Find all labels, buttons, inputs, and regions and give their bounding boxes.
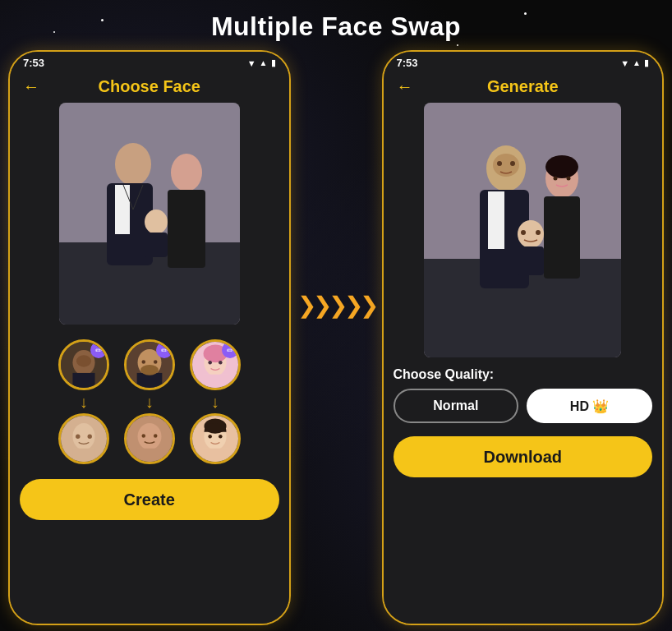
edit-badge-1[interactable]: ✏: [90, 342, 107, 358]
phones-container: 7:53 ▼ ▲ ▮ ← Choose Face: [0, 50, 672, 625]
status-time-1: 7:53: [23, 57, 44, 69]
battery-icon-2: ▮: [644, 58, 649, 68]
svg-point-5: [171, 154, 202, 191]
phone-choose-face: 7:53 ▼ ▲ ▮ ← Choose Face: [8, 50, 291, 625]
quality-normal-button[interactable]: Normal: [394, 389, 519, 423]
battery-icon-1: ▮: [271, 58, 276, 68]
svg-point-40: [219, 435, 223, 439]
create-button[interactable]: Create: [20, 479, 279, 520]
face-pair-3: ✏ ↓: [190, 339, 241, 464]
status-icons-2: ▼ ▲ ▮: [620, 58, 649, 68]
svg-rect-53: [544, 196, 580, 279]
svg-point-51: [554, 177, 558, 181]
svg-point-7: [145, 210, 168, 234]
edit-icon-1: ✏: [95, 346, 102, 355]
svg-point-16: [76, 435, 80, 439]
quality-buttons: Normal HD 👑: [394, 389, 653, 423]
svg-point-12: [76, 355, 91, 366]
wifi-icon-1: ▲: [260, 58, 268, 67]
edit-badge-2[interactable]: ✏: [156, 342, 173, 358]
svg-point-46: [510, 161, 515, 166]
svg-point-17: [87, 435, 91, 439]
source-photo: [59, 103, 240, 325]
phone2-header: ← Generate: [384, 72, 663, 103]
quality-hd-button[interactable]: HD 👑: [527, 389, 652, 423]
target-face-3[interactable]: [190, 413, 241, 464]
svg-point-45: [497, 161, 502, 166]
result-photo: [424, 103, 621, 357]
face-pair-1: ✏ ↓: [58, 339, 109, 464]
face-pairs: ✏ ↓: [58, 339, 241, 464]
down-arrow-1: ↓: [80, 394, 88, 410]
phone1-title: Choose Face: [99, 77, 200, 96]
quality-section: Choose Quality: Normal HD 👑 Download: [394, 367, 653, 477]
svg-point-28: [154, 434, 158, 438]
svg-point-22: [141, 360, 145, 364]
svg-rect-15: [72, 449, 94, 462]
back-button-1[interactable]: ←: [23, 77, 39, 96]
svg-rect-32: [202, 375, 228, 388]
source-face-1[interactable]: ✏: [58, 339, 109, 390]
target-face-1[interactable]: [58, 413, 109, 464]
source-face-3[interactable]: ✏: [190, 339, 241, 390]
svg-rect-38: [202, 449, 228, 462]
edit-badge-3[interactable]: ✏: [222, 342, 238, 358]
svg-point-21: [140, 365, 159, 375]
svg-point-52: [567, 177, 571, 181]
wifi-icon-2: ▲: [633, 58, 641, 67]
arrow-icon: ❯❯❯❯❯: [297, 292, 375, 319]
svg-rect-11: [72, 373, 94, 388]
svg-point-27: [141, 434, 145, 438]
status-icons-1: ▼ ▲ ▮: [247, 58, 276, 68]
down-arrow-2: ↓: [145, 394, 154, 410]
signal-icon-1: ▼: [247, 58, 256, 68]
edit-icon-3: ✏: [227, 346, 233, 355]
status-bar-1: 7:53 ▼ ▲ ▮: [10, 52, 289, 72]
page-title: Multiple Face Swap: [0, 0, 672, 50]
phone1-content: ✏ ↓: [10, 103, 289, 624]
svg-point-55: [521, 230, 526, 235]
edit-icon-2: ✏: [161, 346, 168, 355]
down-arrow-3: ↓: [211, 394, 219, 410]
phone2-title: Generate: [487, 77, 559, 96]
svg-point-2: [115, 143, 151, 186]
phone2-content: Choose Quality: Normal HD 👑 Download: [384, 103, 663, 624]
phone-generate: 7:53 ▼ ▲ ▮ ← Generate: [382, 50, 665, 625]
svg-rect-8: [145, 233, 168, 257]
quality-label: Choose Quality:: [394, 367, 653, 382]
status-time-2: 7:53: [397, 57, 418, 69]
phone1-header: ← Choose Face: [10, 72, 289, 103]
svg-point-33: [208, 361, 212, 365]
svg-rect-6: [168, 190, 205, 268]
svg-rect-20: [136, 373, 162, 388]
svg-point-23: [154, 360, 158, 364]
back-button-2[interactable]: ←: [397, 77, 413, 96]
arrow-between: ❯❯❯❯❯: [291, 292, 382, 319]
download-button[interactable]: Download: [394, 436, 653, 477]
svg-point-50: [545, 155, 578, 178]
svg-rect-26: [136, 449, 162, 462]
svg-point-56: [536, 230, 541, 235]
source-face-2[interactable]: ✏: [124, 339, 175, 390]
svg-point-39: [208, 435, 212, 439]
svg-point-34: [219, 361, 223, 365]
signal-icon-2: ▼: [620, 58, 629, 68]
svg-point-25: [137, 423, 161, 450]
face-pair-2: ✏ ↓: [124, 339, 175, 464]
svg-rect-48: [488, 191, 504, 249]
status-bar-2: 7:53 ▼ ▲ ▮: [384, 52, 663, 72]
svg-rect-57: [518, 246, 544, 275]
target-face-2[interactable]: [124, 413, 175, 464]
svg-rect-4: [115, 185, 130, 234]
